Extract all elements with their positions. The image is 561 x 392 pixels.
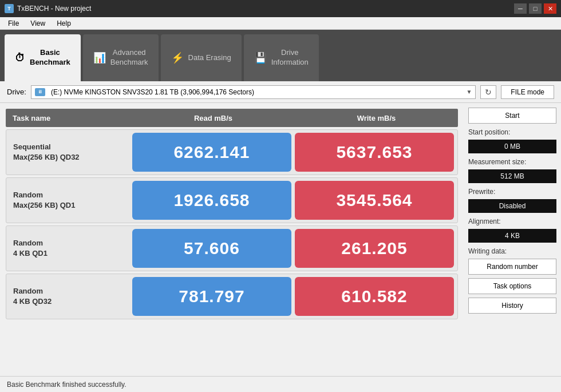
tab-drive-information-label: DriveInformation	[271, 48, 309, 68]
row-3-read: 57.606	[132, 229, 291, 268]
main-area: Task name Read mB/s Write mB/s Sequentia…	[0, 103, 561, 376]
drive-label: Drive:	[7, 88, 26, 96]
row-1-read: 6262.141	[132, 133, 291, 172]
task-options-button[interactable]: Task options	[468, 278, 556, 294]
tab-drive-information[interactable]: 💾 DriveInformation	[244, 34, 319, 81]
statusbar: Basic Benchmark finished successfully.	[0, 376, 561, 392]
menu-file[interactable]: File	[3, 18, 23, 29]
measurement-size-value: 512 MB	[468, 169, 556, 183]
titlebar-left: T TxBENCH - New project	[5, 4, 91, 13]
writing-data-label: Writing data:	[468, 247, 556, 255]
row-3-name: Random4 KB QD1	[6, 238, 129, 259]
drive-select-inner: 🖥 (E:) NVMe KINGSTON SNV3S20 1.81 TB (3,…	[35, 88, 466, 96]
drive-hdd-icon: 🖥	[35, 88, 45, 96]
row-4-name: Random4 KB QD32	[6, 286, 129, 307]
tab-data-erasing-label: Data Erasing	[188, 53, 231, 63]
row-4-read: 781.797	[132, 277, 291, 316]
minimize-button[interactable]: ─	[514, 3, 527, 14]
prewrite-value: Disabled	[468, 199, 556, 213]
window-title: TxBENCH - New project	[17, 5, 91, 13]
close-button[interactable]: ✕	[544, 3, 556, 14]
measurement-size-label: Measurement size:	[468, 158, 556, 166]
table-row: Random4 KB QD32 781.797 610.582	[6, 274, 458, 319]
row-2-write: 3545.564	[295, 181, 454, 220]
data-erasing-icon: ⚡	[171, 52, 184, 64]
tab-advanced-benchmark[interactable]: 📊 AdvancedBenchmark	[83, 34, 159, 81]
tab-advanced-benchmark-label: AdvancedBenchmark	[110, 48, 148, 68]
tab-data-erasing[interactable]: ⚡ Data Erasing	[161, 34, 242, 81]
row-1-name: SequentialMax(256 KB) QD32	[6, 142, 129, 163]
table-row: RandomMax(256 KB) QD1 1926.658 3545.564	[6, 177, 458, 223]
prewrite-label: Prewrite:	[468, 188, 556, 196]
col-header-name: Task name	[6, 114, 132, 122]
titlebar: T TxBENCH - New project ─ □ ✕	[0, 0, 561, 17]
advanced-benchmark-icon: 📊	[93, 52, 106, 64]
table-row: SequentialMax(256 KB) QD32 6262.141 5637…	[6, 129, 458, 175]
tab-basic-benchmark-label: BasicBenchmark	[30, 48, 70, 68]
row-2-name: RandomMax(256 KB) QD1	[6, 190, 129, 211]
tab-basic-benchmark[interactable]: ⏱ BasicBenchmark	[5, 34, 81, 81]
row-2-read: 1926.658	[132, 181, 291, 220]
history-button[interactable]: History	[468, 298, 556, 314]
menu-view[interactable]: View	[26, 18, 50, 29]
row-4-write: 610.582	[295, 277, 454, 316]
start-position-label: Start position:	[468, 128, 556, 136]
menu-help[interactable]: Help	[52, 18, 76, 29]
drive-refresh-button[interactable]: ↻	[480, 85, 496, 99]
app-icon: T	[5, 4, 14, 13]
writing-data-value[interactable]: Random number	[468, 259, 556, 275]
alignment-label: Alignment:	[468, 217, 556, 225]
right-panel: Start Start position: 0 MB Measurement s…	[464, 103, 561, 376]
tabbar: ⏱ BasicBenchmark 📊 AdvancedBenchmark ⚡ D…	[0, 30, 561, 81]
col-header-write: Write mB/s	[295, 114, 458, 122]
menubar: File View Help	[0, 17, 561, 30]
status-text: Basic Benchmark finished successfully.	[7, 381, 127, 389]
start-position-value: 0 MB	[468, 140, 556, 153]
drivebar: Drive: 🖥 (E:) NVMe KINGSTON SNV3S20 1.81…	[0, 81, 561, 103]
table-area: Task name Read mB/s Write mB/s Sequentia…	[0, 103, 464, 376]
table-header: Task name Read mB/s Write mB/s	[6, 109, 458, 127]
drive-info-icon: 💾	[254, 52, 267, 64]
table-row: Random4 KB QD1 57.606 261.205	[6, 225, 458, 271]
file-mode-button[interactable]: FILE mode	[501, 85, 554, 99]
alignment-value: 4 KB	[468, 229, 556, 243]
maximize-button[interactable]: □	[529, 3, 542, 14]
col-header-read: Read mB/s	[132, 114, 295, 122]
drive-text: (E:) NVMe KINGSTON SNV3S20 1.81 TB (3,90…	[51, 88, 254, 96]
row-1-write: 5637.653	[295, 133, 454, 172]
basic-benchmark-icon: ⏱	[15, 52, 25, 64]
drive-dropdown-arrow: ▼	[466, 89, 472, 95]
row-3-write: 261.205	[295, 229, 454, 268]
drive-select[interactable]: 🖥 (E:) NVMe KINGSTON SNV3S20 1.81 TB (3,…	[31, 85, 476, 99]
start-button[interactable]: Start	[468, 108, 556, 124]
titlebar-controls: ─ □ ✕	[514, 3, 556, 14]
